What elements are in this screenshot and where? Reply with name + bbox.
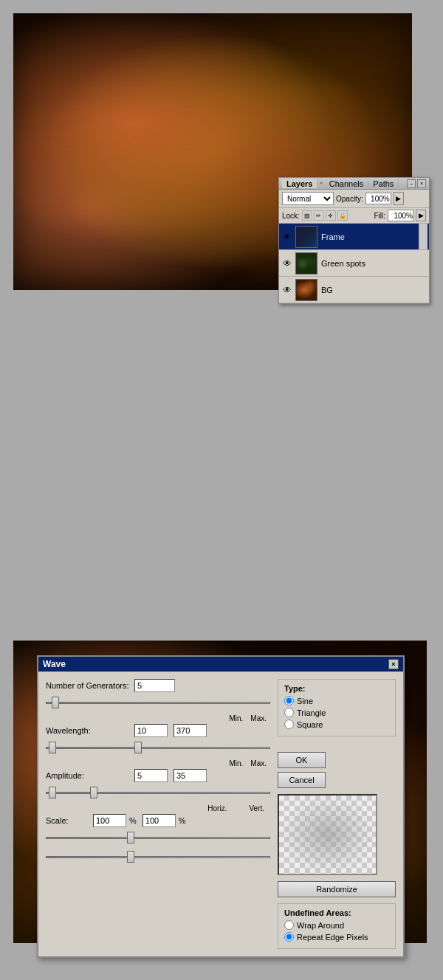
wrap-around-label: Wrap Around (297, 921, 344, 930)
blend-mode-select[interactable]: Normal (282, 192, 334, 205)
page-wrapper: Layers × Channels Paths – × Normal Opaci… (0, 0, 443, 980)
cancel-button[interactable]: Cancel (278, 772, 326, 788)
minimize-button[interactable]: – (407, 179, 416, 188)
amplitude-row: Amplitude: (46, 769, 270, 782)
lock-image-btn[interactable]: ✏ (314, 210, 324, 221)
scale-label: Scale: (46, 816, 90, 825)
layer-thumb-spots-preview (296, 253, 317, 274)
scale-labels: Horiz. Vert. (46, 804, 270, 812)
scrollbar-frame[interactable] (419, 224, 427, 249)
wavelength-minmax-labels: Min. Max. (46, 714, 270, 722)
fill-input[interactable] (388, 210, 413, 221)
type-sine-row: Sine (284, 696, 389, 705)
scale-horiz-pct: % (129, 816, 137, 825)
amplitude-min-input[interactable] (134, 769, 168, 782)
opacity-arrow[interactable]: ▶ (394, 192, 404, 205)
lock-position-btn[interactable]: ✛ (326, 210, 336, 221)
lock-all-btn[interactable]: 🔒 (337, 210, 348, 221)
wave-preview-overlay (279, 796, 376, 874)
layer-eye-greenspots[interactable]: 👁 (281, 257, 294, 270)
generators-slider-thumb[interactable] (52, 697, 59, 708)
amplitude-label: Amplitude: (46, 771, 134, 780)
generators-slider-track (46, 702, 270, 704)
dialog-section: Wave × Number of Generators: (0, 317, 443, 627)
scale-horiz-input[interactable] (93, 814, 126, 827)
wavelength-min-thumb[interactable] (49, 742, 56, 753)
tab-separator: × (317, 179, 324, 188)
randomize-button[interactable]: Randomize (278, 881, 396, 897)
scale-horiz-thumb[interactable] (127, 832, 134, 843)
wavelength-max-input[interactable] (174, 724, 207, 737)
layer-name-frame: Frame (321, 232, 345, 241)
amplitude-min-thumb[interactable] (49, 787, 56, 798)
top-section: Layers × Channels Paths – × Normal Opaci… (0, 0, 443, 317)
amplitude-max-input[interactable] (174, 769, 207, 782)
layer-item-greenspots[interactable]: 👁 Green spots (279, 250, 429, 277)
layer-item-bg[interactable]: 👁 BG (279, 277, 429, 303)
lock-icons: ▨ ✏ ✛ 🔒 (302, 210, 348, 221)
lock-transparent-btn[interactable]: ▨ (302, 210, 312, 221)
tab-layers[interactable]: Layers (282, 179, 317, 188)
titlebar-controls: – × (407, 179, 426, 188)
wavelength-min-input[interactable] (134, 724, 168, 737)
amplitude-max-label: Max. (250, 759, 267, 767)
num-generators-label: Number of Generators: (46, 681, 134, 690)
type-triangle-label: Triangle (297, 708, 326, 717)
repeat-edge-radio[interactable] (284, 932, 294, 942)
blend-opacity-row: Normal Opacity: ▶ (279, 190, 429, 208)
num-generators-row: Number of Generators: (46, 679, 270, 692)
fill-arrow[interactable]: ▶ (416, 210, 426, 221)
type-label: Type: (284, 684, 389, 693)
lock-label: Lock: (282, 212, 300, 220)
num-generators-input[interactable] (134, 679, 175, 692)
close-button[interactable]: × (417, 179, 426, 188)
type-square-radio[interactable] (284, 720, 294, 729)
undefined-areas-group: Undefined Areas: Wrap Around Repeat Edge… (278, 903, 396, 949)
scale-vert-pct: % (179, 816, 186, 825)
undefined-label: Undefined Areas: (284, 908, 389, 917)
scale-vert-input[interactable] (142, 814, 176, 827)
wave-dialog: Wave × Number of Generators: (37, 655, 405, 958)
layer-eye-frame[interactable]: 👁 (281, 230, 294, 244)
wave-close-button[interactable]: × (388, 659, 399, 669)
layer-item-frame[interactable]: 👁 Frame (279, 224, 429, 250)
horiz-label: Horiz. (207, 804, 227, 812)
wavelength-slider[interactable] (46, 740, 270, 755)
opacity-input[interactable] (365, 193, 391, 204)
wave-preview (278, 794, 377, 875)
generators-slider[interactable] (46, 695, 270, 710)
layer-thumb-greenspots (295, 252, 317, 275)
tab-channels[interactable]: Channels (325, 179, 368, 188)
tab-paths[interactable]: Paths (368, 179, 399, 188)
layers-titlebar: Layers × Channels Paths – × (279, 178, 429, 190)
type-sine-label: Sine (297, 697, 313, 705)
ok-button[interactable]: OK (278, 752, 326, 768)
scale-vert-slider[interactable] (46, 849, 270, 864)
layer-thumb-bg (295, 279, 317, 301)
amplitude-minmax-labels: Min. Max. (46, 759, 270, 767)
layer-thumb-bg-preview (296, 280, 317, 300)
layer-thumb-frame-preview (296, 227, 317, 247)
amplitude-max-thumb[interactable] (90, 787, 97, 798)
amplitude-slider[interactable] (46, 785, 270, 800)
wrap-around-radio[interactable] (284, 920, 294, 930)
amplitude-slider-track (46, 792, 270, 794)
wave-left-panel: Number of Generators: Min. Max. (46, 679, 270, 949)
wavelength-inputs (134, 724, 207, 737)
scale-row: Scale: % % (46, 814, 270, 827)
scale-horiz-slider[interactable] (46, 830, 270, 845)
wavelength-row: Wavelength: (46, 724, 270, 737)
wavelength-max-thumb[interactable] (134, 742, 142, 753)
type-square-row: Square (284, 720, 389, 729)
type-sine-radio[interactable] (284, 696, 294, 705)
wavelength-max-label: Max. (250, 714, 267, 722)
type-triangle-row: Triangle (284, 708, 389, 717)
layers-panel: Layers × Channels Paths – × Normal Opaci… (278, 177, 430, 304)
layer-thumb-frame (295, 226, 317, 248)
layers-tabs: Layers × Channels Paths (282, 179, 399, 188)
wave-titlebar: Wave × (38, 657, 403, 672)
type-triangle-radio[interactable] (284, 708, 294, 717)
type-square-label: Square (297, 720, 323, 729)
scale-vert-thumb[interactable] (127, 851, 134, 863)
layer-eye-bg[interactable]: 👁 (281, 283, 294, 297)
